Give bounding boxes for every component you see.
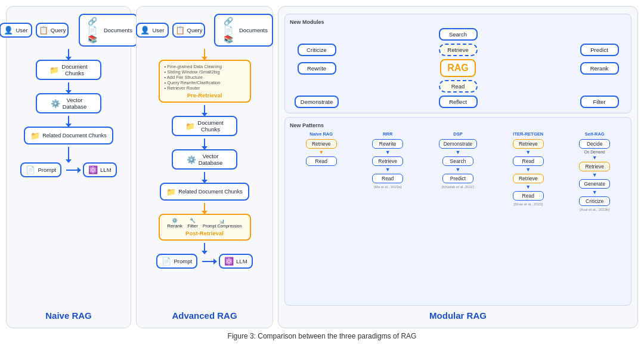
arrow2 <box>68 82 69 91</box>
pre-retrieval-box: • Fine-grained Data Cleaning • Sliding W… <box>159 60 251 103</box>
user-box: 👤 User <box>0 23 32 38</box>
query-box: 📋 Query <box>36 23 69 38</box>
adv-user-label: User <box>152 27 164 33</box>
read-module-box: Read <box>439 80 478 93</box>
adv-prompt-llm-row: 📄 Prompt ⚛️ LLM <box>156 254 252 269</box>
adv-arrow-right <box>202 261 214 262</box>
pat-iter-retrieve2: Retrieve <box>513 174 544 183</box>
pat-self-retrieve: Retrieve <box>579 162 610 171</box>
rewrite-module-box: Rewrite <box>298 62 336 75</box>
vector-db-label: VectorDatabase <box>63 97 87 110</box>
pat-dsp-search: Search <box>442 156 473 166</box>
pattern-dsp: DSP Demonstrate ▼ Search ▼ Predict [Khat… <box>439 131 478 189</box>
user-query-row: 👤 User 📋 Query 🔗📄📚 Documents <box>0 14 138 47</box>
pattern-iter-title: ITER-RETGEN <box>513 131 543 137</box>
arrow-right <box>66 170 78 171</box>
user-label: User <box>16 27 27 33</box>
pat-dsp-arrow2: ▼ <box>456 167 461 173</box>
pat-rrr-retrieve: Retrieve <box>372 156 403 166</box>
post-row: ⚙️Rerank 🔧Filter 📊Prompt Compression <box>165 218 245 229</box>
pattern-dsp-title: DSP <box>453 131 462 137</box>
adv-llm-box: ⚛️ LLM <box>219 254 252 269</box>
reflect-module-box: Reflect <box>439 96 478 108</box>
arrow3 <box>68 116 69 124</box>
pat-iter-read1: Read <box>513 156 544 166</box>
demonstrate-module-box: Demonstrate <box>295 96 339 108</box>
new-modules-label: New Modules <box>290 19 626 25</box>
pat-iter-cite: [Shao et al., 2023] <box>513 202 543 206</box>
search-module-box: Search <box>439 28 478 41</box>
pat-iter-arrow2: ▼ <box>525 167 531 173</box>
pat-naive-read: Read <box>306 156 337 166</box>
pat-rrr-rewrite: Rewrite <box>372 139 403 149</box>
advanced-title: Advanced RAG <box>172 306 237 321</box>
advanced-rag-panel: 👤 User 📋 Query 🔗📄📚 Documents • Fine-grai… <box>136 6 273 328</box>
related-chunks-label: Related Document Chunks <box>42 133 107 139</box>
new-patterns-label: New Patterns <box>290 122 626 128</box>
rerank-module-box: Rerank <box>580 62 619 75</box>
pat-iter-read2: Read <box>513 191 544 201</box>
adv-vector-db-box: ⚙️ VectorDatabase <box>172 149 237 170</box>
rag-center-box: RAG <box>440 59 476 77</box>
adv-arrow2 <box>204 105 205 113</box>
pat-naive-arrow1: ▼ <box>318 150 324 155</box>
related-chunks-box: 📁 Related Document Chunks <box>24 127 113 144</box>
pattern-naive: Naive RAG Retrieve ▼ Read <box>306 131 337 166</box>
documents-label: Documents <box>104 27 132 33</box>
pre-item-5: • Retriever Router <box>165 85 245 91</box>
pat-dsp-cite: [Khattab et al.,2022] <box>442 185 474 189</box>
adv-user-query-row: 👤 User 📋 Query 🔗📄📚 Documents <box>136 14 273 47</box>
prompt-compression-icon: 📊Prompt Compression <box>203 219 242 228</box>
new-patterns-section: New Patterns Naive RAG Retrieve ▼ Read R… <box>284 117 631 306</box>
prompt-label: Prompt <box>38 167 56 173</box>
pre-item-4: • Query Rewrite/Clarification <box>165 80 245 85</box>
adv-prompt-label: Prompt <box>174 258 192 264</box>
adv-documents-label: Documents <box>239 27 268 33</box>
criticize-module-box: Criticize <box>298 44 336 56</box>
adv-vector-db-label: VectorDatabase <box>199 153 223 166</box>
pat-dsp-arrow1: ▼ <box>456 150 461 155</box>
pat-dsp-demonstrate: Demonstrate <box>439 139 478 149</box>
rerank-icon: ⚙️Rerank <box>167 218 182 229</box>
pat-self-arrow1: ▼ <box>592 155 597 161</box>
pre-retrieval-label: Pre-Retrieval <box>165 92 245 99</box>
pattern-selfrag-title: Self-RAG <box>585 131 605 137</box>
pat-rrr-cite: [Ma et al., 2023a] <box>374 185 401 189</box>
pattern-rrr-title: RRR <box>383 131 392 137</box>
pat-iter-retrieve1: Retrieve <box>513 139 544 149</box>
adv-related-chunks-label: Related Document Chunks <box>178 189 243 195</box>
pat-rrr-read: Read <box>372 174 403 183</box>
post-retrieval-label: Post-Retrieval <box>165 230 245 236</box>
pat-self-generate: Generate <box>579 179 610 189</box>
documents-box: 🔗📄📚 Documents <box>79 14 138 47</box>
query-label: Query <box>51 27 66 33</box>
doc-chunks-box: 📁 DocumentChunks <box>36 60 101 80</box>
pat-self-demand: On Demand <box>584 150 605 154</box>
post-retrieval-box: ⚙️Rerank 🔧Filter 📊Prompt Compression Pos… <box>159 214 251 241</box>
naive-title: Naive RAG <box>45 306 92 321</box>
pat-self-decide: Decide <box>579 139 610 149</box>
modular-inner: New Modules Search Criticize Retrieve Pr… <box>284 14 631 306</box>
pat-iter-arrow1: ▼ <box>525 150 531 155</box>
pat-iter-arrow3: ▼ <box>525 184 531 190</box>
adv-arrow3 <box>204 139 205 147</box>
modular-title: Modular RAG <box>429 306 487 321</box>
predict-module-box: Predict <box>580 44 619 56</box>
adv-doc-chunks-label: DocumentChunks <box>197 119 223 133</box>
adv-related-chunks-box: 📁 Related Document Chunks <box>160 183 249 201</box>
pat-naive-retrieve: Retrieve <box>306 139 337 149</box>
llm-label: LLM <box>100 167 111 173</box>
naive-flow: 👤 User 📋 Query 🔗📄📚 Documents 📁 DocumentC… <box>13 14 125 306</box>
naive-rag-panel: 👤 User 📋 Query 🔗📄📚 Documents 📁 DocumentC… <box>6 6 131 328</box>
doc-chunks-label: DocumentChunks <box>61 63 87 76</box>
pattern-iter: ITER-RETGEN Retrieve ▼ Read ▼ Retrieve ▼… <box>513 131 544 206</box>
arrow1 <box>68 49 69 57</box>
pattern-selfrag: Self-RAG Decide On Demand ▼ Retrieve ▼ G… <box>579 131 610 211</box>
pat-self-criticize: Criticize <box>579 196 610 206</box>
pre-item-2: • Sliding Window /Small2big <box>165 69 245 75</box>
filter-module-box: Filter <box>580 96 619 108</box>
modular-rag-panel: New Modules Search Criticize Retrieve Pr… <box>278 6 638 328</box>
adv-llm-label: LLM <box>236 258 247 264</box>
llm-box: ⚛️ LLM <box>83 162 116 177</box>
pat-self-arrow3: ▼ <box>592 190 597 195</box>
